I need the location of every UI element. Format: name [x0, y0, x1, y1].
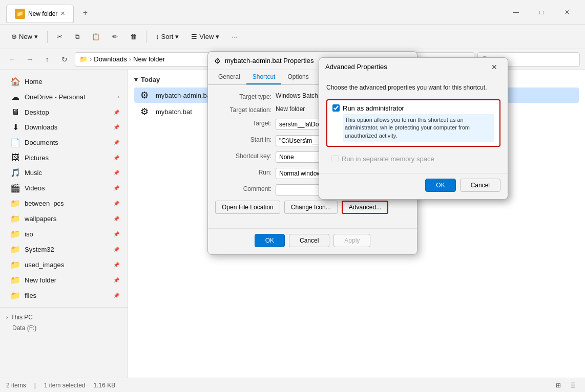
tab-general[interactable]: General	[212, 70, 246, 84]
properties-cancel-button[interactable]: Cancel	[289, 234, 329, 247]
target-label: Target:	[215, 119, 271, 127]
action-buttons-row: Open File Location Change Icon... Advanc…	[215, 201, 410, 214]
properties-dialog-icon: ⚙	[214, 57, 221, 65]
adv-description: Choose the advanced properties you want …	[326, 83, 500, 92]
adv-body: Choose the advanced properties you want …	[319, 76, 508, 173]
separate-memory-label: Run in separate memory space	[342, 155, 434, 163]
properties-ok-button[interactable]: OK	[255, 234, 285, 247]
shortcut-key-label: Shortcut key:	[215, 151, 271, 160]
run-label: Run:	[215, 168, 271, 176]
adv-close-button[interactable]: ✕	[487, 60, 502, 74]
comment-label: Comment:	[215, 184, 271, 192]
dialog-overlay: ⚙ mybatch-admin.bat Properties ✕ General…	[0, 0, 585, 392]
target-location-label: Target location:	[215, 105, 271, 114]
adv-option-box-1: Run as administrator This option allows …	[326, 99, 500, 147]
adv-ok-button[interactable]: OK	[425, 179, 455, 192]
open-file-location-button[interactable]: Open File Location	[215, 201, 280, 214]
adv-dialog-buttons: OK Cancel	[319, 173, 508, 199]
adv-option-description: This option allows you to run this short…	[343, 114, 494, 142]
separate-memory-checkbox[interactable]	[331, 155, 339, 162]
run-as-admin-label: Run as administrator	[343, 104, 404, 112]
adv-title-bar: Advanced Properties ✕	[319, 58, 508, 76]
run-as-admin-checkbox[interactable]	[332, 104, 340, 112]
adv-cancel-button[interactable]: Cancel	[460, 179, 500, 192]
change-icon-button[interactable]: Change Icon...	[284, 201, 338, 214]
run-value: Normal window	[279, 170, 321, 177]
start-in-label: Start in:	[215, 135, 271, 143]
advanced-properties-dialog: Advanced Properties ✕ Choose the advance…	[319, 57, 508, 200]
run-as-admin-row: Run as administrator	[332, 104, 494, 112]
tab-options[interactable]: Options	[281, 70, 315, 84]
properties-apply-button[interactable]: Apply	[333, 234, 370, 247]
advanced-button[interactable]: Advanced...	[342, 201, 388, 214]
target-type-label: Target type:	[215, 92, 271, 100]
tab-shortcut[interactable]: Shortcut	[246, 70, 282, 84]
properties-dialog-buttons: OK Cancel Apply	[208, 228, 417, 254]
adv-dialog-title: Advanced Properties	[325, 63, 487, 71]
separate-memory-row: Run in separate memory space	[326, 152, 500, 166]
